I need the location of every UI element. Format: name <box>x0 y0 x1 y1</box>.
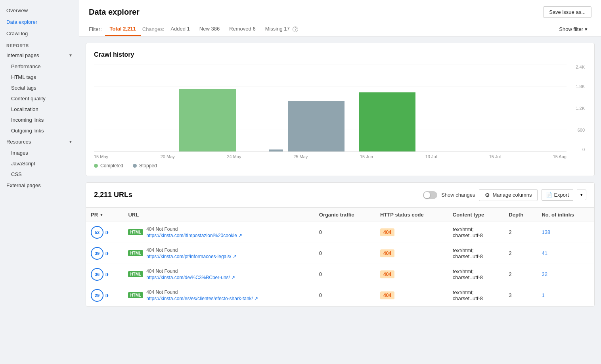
td-depth: 2 <box>504 222 537 243</box>
missing-info-icon: ? <box>293 27 298 32</box>
url-info: 404 Not Found https://kinsta.com/itImpos… <box>146 226 242 238</box>
td-inlinks[interactable]: 138 <box>537 222 594 243</box>
table-row: 39◑ HTML 404 Not Found https://kinsta.co… <box>86 243 594 264</box>
toggle-knob <box>424 192 430 198</box>
td-http-status: 404 <box>375 285 448 306</box>
html-badge: HTML <box>128 250 143 256</box>
filter-tab-added[interactable]: Added 1 <box>166 23 194 36</box>
url-link[interactable]: https://kinsta.com/itImpostazioni%20cook… <box>146 233 242 238</box>
filter-tab-removed-count: 6 <box>253 26 255 32</box>
chart-container: 2.4K 1.8K 1.2K 600 0 15 May 20 May 24 Ma… <box>94 65 586 168</box>
page-title: Data explorer <box>89 8 140 17</box>
table-body: 52◑ HTML 404 Not Found https://kinsta.co… <box>86 222 594 306</box>
urls-count: 2,211 URLs <box>94 191 132 199</box>
filter-changes-label: Changes: <box>141 23 166 35</box>
sidebar-item-outgoing-links[interactable]: Outgoing links <box>0 125 79 136</box>
content-area: Crawl history <box>79 36 601 364</box>
filter-bar: Filter: Total 2,211 Changes: Added 1 New… <box>89 23 591 36</box>
td-inlinks[interactable]: 1 <box>537 285 594 306</box>
url-status: 404 Not Found <box>146 289 258 295</box>
sidebar-item-content-quality[interactable]: Content quality <box>0 93 79 104</box>
urls-header: 2,211 URLs Show changes ⚙ Manage columns… <box>86 183 594 207</box>
filter-tab-missing[interactable]: Missing 17 ? <box>260 23 303 36</box>
th-pr-label: PR <box>91 212 98 218</box>
th-url: URL <box>123 207 314 222</box>
sidebar-item-crawl-log[interactable]: Crawl log <box>0 28 79 39</box>
filter-tab-total-label: Total <box>110 26 123 32</box>
sidebar-item-html-tags[interactable]: HTML tags <box>0 72 79 82</box>
url-link[interactable]: https://kinsta.com/pt/informacoes-legais… <box>146 254 236 259</box>
table-row: 52◑ HTML 404 Not Found https://kinsta.co… <box>86 222 594 243</box>
th-pr[interactable]: PR ▼ <box>86 207 123 222</box>
filter-tab-added-label: Added <box>170 26 187 32</box>
sidebar-item-incoming-links[interactable]: Incoming links <box>0 115 79 125</box>
url-cell: HTML 404 Not Found https://kinsta.com/de… <box>128 268 309 280</box>
filter-tab-removed[interactable]: Removed 6 <box>224 23 260 36</box>
legend-stopped-label: Stopped <box>139 163 157 169</box>
filter-tab-added-count: 1 <box>187 26 190 32</box>
td-organic-traffic: 0 <box>314 222 375 243</box>
td-organic-traffic: 0 <box>314 243 375 264</box>
url-link[interactable]: https://kinsta.com/de/%C3%BCber-uns/ ↗ <box>146 275 235 280</box>
legend-completed: Completed <box>94 163 123 169</box>
td-depth: 2 <box>504 264 537 285</box>
url-cell: HTML 404 Not Found https://kinsta.com/es… <box>128 289 309 301</box>
filter-tab-missing-label: Missing <box>265 26 284 32</box>
inlinks-link[interactable]: 32 <box>542 271 547 277</box>
td-depth: 3 <box>504 285 537 306</box>
inlinks-link[interactable]: 138 <box>542 229 550 235</box>
td-http-status: 404 <box>375 222 448 243</box>
sidebar-group-internal-pages[interactable]: Internal pages ▼ <box>0 50 79 61</box>
td-url: HTML 404 Not Found https://kinsta.com/it… <box>123 222 314 243</box>
html-badge: HTML <box>128 292 143 298</box>
sidebar-item-performance[interactable]: Performance <box>0 61 79 72</box>
chart-x-label-24may: 24 May <box>227 154 241 159</box>
sidebar-item-images[interactable]: Images <box>0 148 79 158</box>
url-info: 404 Not Found https://kinsta.com/es/es/c… <box>146 289 258 301</box>
td-http-status: 404 <box>375 243 448 264</box>
crawl-history-title: Crawl history <box>94 51 586 58</box>
filter-tab-new[interactable]: New 386 <box>195 23 224 36</box>
chart-x-label-15may: 15 May <box>94 154 108 159</box>
url-status: 404 Not Found <box>146 247 236 253</box>
internal-pages-arrow-icon: ▼ <box>69 53 73 57</box>
main-content: Data explorer Save issue as... Filter: T… <box>79 0 601 364</box>
export-button[interactable]: 📄 Export <box>542 189 573 201</box>
table-row: 29◑ HTML 404 Not Found https://kinsta.co… <box>86 285 594 306</box>
td-content-type: text/html; charset=utf-8 <box>448 264 504 285</box>
sidebar-item-data-explorer[interactable]: Data explorer <box>0 16 79 28</box>
inlinks-link[interactable]: 1 <box>542 292 544 298</box>
td-content-type: text/html; charset=utf-8 <box>448 222 504 243</box>
urls-table-wrapper: 2,211 URLs Show changes ⚙ Manage columns… <box>86 182 595 307</box>
html-badge: HTML <box>128 271 143 277</box>
save-issue-button[interactable]: Save issue as... <box>543 6 591 18</box>
legend-completed-label: Completed <box>100 163 123 169</box>
url-info: 404 Not Found https://kinsta.com/de/%C3%… <box>146 268 235 280</box>
sidebar-item-overview[interactable]: Overview <box>0 5 79 16</box>
pr-pie-icon: ◑ <box>105 272 109 276</box>
filter-label: Filter: <box>89 26 102 32</box>
td-inlinks[interactable]: 32 <box>537 264 594 285</box>
show-changes-toggle[interactable] <box>423 191 437 199</box>
sidebar-item-social-tags[interactable]: Social tags <box>0 82 79 93</box>
chart-legend: Completed Stopped <box>94 163 586 169</box>
manage-columns-button[interactable]: ⚙ Manage columns <box>479 189 538 201</box>
inlinks-link[interactable]: 41 <box>542 250 547 256</box>
td-pr: 36◑ <box>86 264 123 285</box>
filter-tab-total[interactable]: Total 2,211 <box>105 23 141 36</box>
manage-columns-label: Manage columns <box>492 192 532 198</box>
td-inlinks[interactable]: 41 <box>537 243 594 264</box>
show-filter-button[interactable]: Show filter ▾ <box>555 24 591 34</box>
export-dropdown-button[interactable]: ▾ <box>577 190 586 200</box>
filter-tab-removed-label: Removed <box>229 26 253 32</box>
sidebar-item-external-pages[interactable]: External pages <box>0 180 79 191</box>
td-content-type: text/html; charset=utf-8 <box>448 243 504 264</box>
sidebar-group-resources[interactable]: Resources ▼ <box>0 136 79 148</box>
sidebar-item-javascript[interactable]: JavaScript <box>0 158 79 169</box>
url-link[interactable]: https://kinsta.com/es/es/clientes/efecto… <box>146 296 258 301</box>
sidebar-item-localization[interactable]: Localization <box>0 104 79 115</box>
chart-x-label-15jun: 15 Jun <box>360 154 373 159</box>
sidebar-item-css[interactable]: CSS <box>0 169 79 180</box>
gear-icon: ⚙ <box>485 192 490 198</box>
td-url: HTML 404 Not Found https://kinsta.com/de… <box>123 264 314 285</box>
